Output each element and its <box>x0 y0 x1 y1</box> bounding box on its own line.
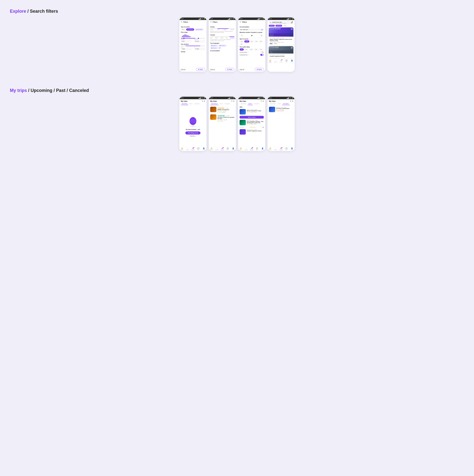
nav-profile-t3[interactable]: 👤 Profile <box>261 147 264 150</box>
past-trip-3[interactable]: May 7-8, 2024 2 days Castello Aragonese … <box>238 128 265 136</box>
chip-all[interactable]: ⊞ All <box>181 28 186 31</box>
nav-mytrips-t2[interactable]: 🗺 My trips <box>220 147 224 150</box>
remove-russian[interactable]: × <box>225 45 226 46</box>
nav-profile-t1[interactable]: 👤 Profile <box>202 147 206 150</box>
age-30plus[interactable]: 30+ <box>250 40 254 43</box>
rating-40[interactable]: 4.0+ <box>249 48 254 51</box>
nav-inbox-t3[interactable]: 💬 Inbox <box>255 147 259 150</box>
trip-item-1[interactable]: Oct 8-10, 2025 3 days Wildlife of Kazakh… <box>209 106 236 114</box>
nav-inbox-t4[interactable]: 💬 Inbox <box>285 147 288 150</box>
tab-canceled-3[interactable]: Canceled 1 <box>253 103 261 105</box>
nav-explore[interactable]: 🧭 Explore <box>268 60 272 62</box>
nav-explore-t3[interactable]: 🧭 Explore <box>239 147 243 150</box>
chip-mountains-explore[interactable]: Mountains <box>275 25 282 27</box>
age-any[interactable]: Any <box>240 40 244 43</box>
age-18-35[interactable]: 18-35 <box>244 40 249 43</box>
nav-mytrips-t4[interactable]: 🗺 My trips <box>279 147 283 150</box>
chip-beaches[interactable]: 🏖 Beaches <box>186 28 194 31</box>
sort-icon-3[interactable]: ⇅ <box>261 100 262 102</box>
add-lang[interactable]: Add <box>219 47 221 49</box>
clear-btn-2[interactable]: Clear all <box>210 69 215 70</box>
nav-explore-t4[interactable]: 🧭 Explore <box>268 147 272 150</box>
private-toggle[interactable] <box>260 51 264 53</box>
filter-icon-4[interactable]: ⊞ <box>292 100 293 102</box>
sort-icon-2[interactable]: ⇅ <box>231 100 232 102</box>
age-60plus[interactable]: 60+ <box>240 43 244 45</box>
tab-past-3[interactable]: Past 8 <box>247 103 253 105</box>
remove-english[interactable]: × <box>216 45 217 46</box>
filter-icon-3[interactable]: ⊞ <box>263 100 264 102</box>
canceled-trip-1[interactable]: Oct 8-10, 2025 3 days All Colors of Mont… <box>267 106 295 113</box>
tab-canceled-4[interactable]: Canceled 1 <box>282 103 290 105</box>
close-icon-3[interactable]: ✕ <box>240 21 241 23</box>
increment-btn[interactable]: + <box>261 34 263 37</box>
activity-slider[interactable] <box>210 28 234 29</box>
remove-serbian[interactable]: × <box>216 48 217 49</box>
price-slider[interactable] <box>181 38 205 39</box>
trip-item-2[interactable]: Oct 15-16, 2025 2 days All colors of Del… <box>209 114 236 122</box>
explore-card-2[interactable]: Beaches Cities ♡ Cilento ⭐ 4 <box>269 46 293 58</box>
tab-past-1[interactable]: Past 8 <box>188 103 193 105</box>
nav-profile[interactable]: 👤 Profile <box>290 60 294 62</box>
age-45plus[interactable]: 45+ <box>254 40 259 43</box>
nav-profile-t2[interactable]: 👤 Profile <box>231 147 235 150</box>
rating-30[interactable]: 3.0+ <box>259 48 263 51</box>
nav-mytrips-t3[interactable]: 🗺 My trips <box>250 147 254 150</box>
close-icon-1[interactable]: ✕ <box>181 21 182 23</box>
tab-canceled-1[interactable]: Canceled 1 <box>193 103 201 105</box>
close-icon-2[interactable]: ✕ <box>210 21 212 23</box>
past-trip-2[interactable]: May 15-16, 2024 5 days Sea, mountains, b… <box>238 119 265 126</box>
nav-mytrips-t1[interactable]: 🗺 My trips <box>191 147 195 150</box>
filter-icon-1[interactable]: ⊞ <box>204 100 205 102</box>
age-50plus[interactable]: 50+ <box>259 40 263 43</box>
add-accom[interactable]: Add <box>261 29 263 30</box>
past-trip-1[interactable]: Sep 7-10, 2024 4 days Whole of Istanbul … <box>238 108 265 115</box>
apply-btn-1[interactable]: ⊞ Apply <box>196 68 205 71</box>
apply-btn-2[interactable]: ⊞ Apply <box>225 68 234 71</box>
nav-inbox-t1[interactable]: 💬 Inbox <box>196 147 200 150</box>
tab-upcoming-1[interactable]: Upcoming <box>181 103 188 105</box>
chip-cities-explore[interactable]: Cities <box>283 25 287 27</box>
to-days[interactable]: 15 days <box>194 48 205 50</box>
tab-upcoming-4[interactable]: Upcoming 2 <box>269 103 277 105</box>
tab-past-2[interactable]: Past 8 <box>219 103 224 105</box>
apply-btn-3[interactable]: ⊞ Apply <box>255 68 264 71</box>
nav-inbox[interactable]: 💬 Inbox <box>285 60 288 62</box>
find-things-btn[interactable]: Find things to do <box>185 131 200 135</box>
nav-explore-t2[interactable]: 🧭 Explore <box>210 147 213 150</box>
clear-btn-1[interactable]: Clear all <box>181 69 185 70</box>
nav-explore-t1[interactable]: 🧭 Explore <box>180 147 184 150</box>
nav-profile-t4[interactable]: 👤 Profile <box>290 147 294 150</box>
explore-search-bar[interactable]: 🔍 Amalfi Coast, Italy Jul 5 – Dec 5 (a 2… <box>269 21 293 24</box>
rating-35[interactable]: 3.5+ <box>254 48 259 51</box>
chip-beaches-explore[interactable]: Beaches <box>269 25 275 27</box>
nav-inbox-t2[interactable]: 💬 Inbox <box>226 147 229 150</box>
comfort-slider[interactable] <box>210 36 234 37</box>
rating-45[interactable]: 4.5+ <box>244 48 249 51</box>
nav-mytrips[interactable]: 🗺 My trips <box>279 60 283 62</box>
clear-btn-3[interactable]: Clear all <box>240 69 244 70</box>
guaranteed-toggle[interactable] <box>260 54 264 56</box>
max-price[interactable]: $ 2 870 <box>194 40 205 43</box>
filter-icon-2[interactable]: ⊞ <box>233 100 234 102</box>
tab-past-4[interactable]: Past 8 <box>277 103 282 105</box>
nav-wishlists-t3[interactable]: ♡ Wishlists <box>245 147 248 150</box>
nav-wishlists-t1[interactable]: ♡ Wishlists <box>186 147 189 150</box>
write-review-btn[interactable]: Write a review <box>240 116 264 119</box>
sort-icon-4[interactable]: ⇅ <box>290 100 291 102</box>
nav-wishlists-t4[interactable]: ♡ Wishlists <box>274 147 278 150</box>
min-price[interactable]: $ 240 <box>181 40 192 43</box>
sort-icon-1[interactable]: ⇅ <box>202 100 203 102</box>
explore-card-1[interactable]: Beaches Mountains ♡ Dubrovnik <box>269 27 293 45</box>
x-bed[interactable]: × <box>249 29 249 30</box>
tab-canceled-2[interactable]: Canceled 1 <box>224 103 231 105</box>
past-trips-link[interactable]: Past trips → <box>190 135 196 136</box>
duration-slider[interactable] <box>181 46 205 46</box>
tab-upcoming-2[interactable]: Upcoming 2 <box>210 103 219 105</box>
filter-btn[interactable]: ⊞ 3 <box>291 22 292 24</box>
chip-mountains[interactable]: ⛰ Mountains <box>195 28 204 31</box>
decrement-btn[interactable]: − <box>241 34 243 37</box>
nav-wishlists[interactable]: ♡ Wishlists <box>274 60 278 62</box>
rating-any[interactable]: Any <box>240 48 244 51</box>
tab-upcoming-3[interactable]: Upcoming 2 <box>240 103 247 105</box>
